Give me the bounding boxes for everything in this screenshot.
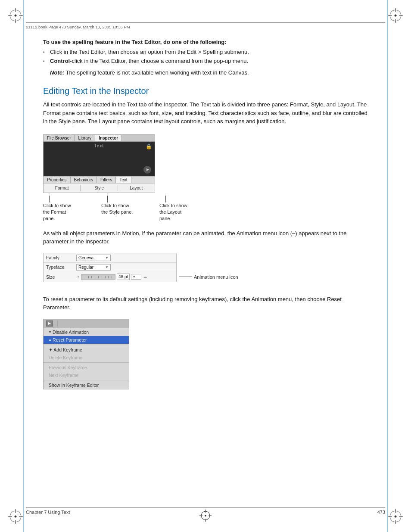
bullet-item-2: Control-click in the Text Editor, then c… bbox=[43, 58, 368, 64]
corner-mark-tl bbox=[8, 8, 23, 23]
family-dropdown-arrow: ▼ bbox=[105, 256, 109, 260]
callout-line-layout bbox=[165, 196, 166, 202]
reset-divider bbox=[55, 320, 55, 327]
inspector-mockup: File Browser Library Inspector Text 🔒 Pr… bbox=[43, 134, 155, 193]
control-keyword: Control bbox=[50, 58, 70, 64]
animation-menu-label: Animation menu icon bbox=[194, 274, 238, 280]
main-content: To use the spelling feature in the Text … bbox=[43, 39, 368, 402]
reset-menu-divider-1 bbox=[44, 345, 129, 345]
callout-text-style: Click to show the Style pane. bbox=[101, 202, 134, 216]
note-body: The spelling feature is not available wh… bbox=[64, 69, 249, 76]
callout-line-format bbox=[49, 196, 50, 202]
anim-dash-icon[interactable]: – bbox=[143, 274, 147, 280]
params-row-family: Family Geneva ▼ bbox=[44, 253, 176, 263]
animation-menu-annotation: Animation menu icon bbox=[179, 274, 238, 280]
size-unit-arrow: ▼ bbox=[132, 275, 136, 279]
footer-chapter: Chapter 7 Using Text bbox=[26, 510, 70, 515]
params-mockup: Family Geneva ▼ Typeface Regular ▼ bbox=[43, 253, 177, 282]
callout-layout: Click to show the Layout pane. bbox=[159, 196, 192, 222]
family-dropdown[interactable]: Geneva ▼ bbox=[76, 255, 111, 261]
bottom-reg-mark bbox=[199, 510, 212, 523]
callout-style: Click to show the Style pane. bbox=[101, 196, 134, 222]
page-container: 01112.book Page 473 Sunday, March 13, 20… bbox=[0, 0, 411, 532]
typeface-dropdown[interactable]: Regular ▼ bbox=[76, 264, 111, 271]
play-button[interactable] bbox=[143, 166, 151, 174]
tab-behaviors[interactable]: Behaviors bbox=[71, 177, 97, 183]
reset-menu-divider-2 bbox=[44, 362, 129, 363]
tick5 bbox=[98, 276, 99, 278]
params-control-family: Geneva ▼ bbox=[76, 255, 174, 261]
tick2 bbox=[88, 276, 89, 278]
params-control-typeface: Regular ▼ bbox=[76, 264, 174, 271]
bullet-item-1: Click in the Text Editor, then choose an… bbox=[43, 49, 368, 55]
preview-text-label: Text bbox=[44, 143, 155, 148]
svg-point-19 bbox=[395, 516, 397, 518]
tab-library[interactable]: Library bbox=[75, 135, 96, 141]
reset-bar2 bbox=[57, 320, 58, 327]
menu-previous-keyframe: Previous Keyframe bbox=[44, 364, 129, 371]
lock-icon: 🔒 bbox=[146, 143, 152, 149]
section-heading: Editing Text in the Inspector bbox=[43, 86, 368, 96]
bullet-list: Click in the Text Editor, then choose an… bbox=[43, 49, 368, 64]
reset-paragraph: To reset a parameter to its default sett… bbox=[43, 295, 368, 312]
params-label-size: Size bbox=[46, 274, 76, 280]
svg-point-13 bbox=[15, 516, 17, 518]
menu-add-keyframe[interactable]: ✦ Add Keyframe bbox=[44, 346, 129, 354]
tick1 bbox=[85, 276, 85, 278]
tick6 bbox=[102, 276, 102, 278]
size-unit-dropdown[interactable]: ▼ bbox=[131, 274, 141, 280]
reset-icon-box: ▶ bbox=[46, 320, 53, 327]
tab-inspector[interactable]: Inspector bbox=[95, 135, 122, 141]
spine-line-right bbox=[387, 0, 388, 532]
footer-page-number: 473 bbox=[377, 510, 385, 515]
pane-format[interactable]: Format bbox=[44, 185, 81, 191]
svg-point-7 bbox=[395, 15, 397, 17]
header-meta: 01112.book Page 473 Sunday, March 13, 20… bbox=[26, 25, 130, 29]
corner-mark-tr bbox=[388, 8, 403, 23]
inspector-preview: Text 🔒 bbox=[44, 142, 155, 176]
menu-reset-parameter[interactable]: = Reset Parameter bbox=[44, 336, 129, 344]
tab-text[interactable]: Text bbox=[116, 177, 131, 183]
tick9 bbox=[112, 276, 112, 278]
params-label-typeface: Typeface bbox=[46, 264, 76, 270]
animation-paragraph: As with all object parameters in Motion,… bbox=[43, 229, 368, 246]
menu-next-keyframe: Next Keyframe bbox=[44, 371, 129, 379]
tab-filters[interactable]: Filters bbox=[97, 177, 116, 183]
menu-delete-keyframe: Delete Keyframe bbox=[44, 354, 129, 361]
tab-file-browser[interactable]: File Browser bbox=[44, 135, 75, 141]
typeface-value: Regular bbox=[78, 265, 93, 270]
annotation-line bbox=[179, 277, 192, 277]
page-header: 01112.book Page 473 Sunday, March 13, 20… bbox=[26, 22, 385, 29]
svg-point-25 bbox=[205, 515, 206, 516]
pane-layout[interactable]: Layout bbox=[118, 185, 155, 191]
typeface-dropdown-arrow: ▼ bbox=[105, 265, 109, 269]
inspector-tabs-bottom: Properties Behaviors Filters Text bbox=[44, 176, 155, 184]
callout-group: Click to show the Format pane. Click to … bbox=[43, 196, 368, 222]
bullet2-suffix: -click in the Text Editor, then choose a… bbox=[70, 58, 248, 64]
corner-mark-br bbox=[388, 509, 403, 524]
note-paragraph: Note: The spelling feature is not availa… bbox=[43, 69, 368, 76]
menu-show-keyframe-editor[interactable]: Show In Keyframe Editor bbox=[44, 381, 129, 389]
note-label: Note: bbox=[50, 69, 64, 76]
callout-line-style bbox=[107, 196, 108, 202]
pane-style[interactable]: Style bbox=[81, 185, 118, 191]
size-slider[interactable] bbox=[81, 274, 115, 280]
svg-point-1 bbox=[15, 15, 17, 17]
params-label-family: Family bbox=[46, 255, 76, 260]
callout-text-layout: Click to show the Layout pane. bbox=[159, 202, 192, 222]
tick7 bbox=[105, 276, 106, 278]
spine-line-left bbox=[23, 0, 24, 532]
callout-text-format: Click to show the Format pane. bbox=[43, 202, 75, 222]
tick4 bbox=[95, 276, 95, 278]
menu-disable-animation[interactable]: = Disable Animation bbox=[44, 328, 129, 336]
tab-properties[interactable]: Properties bbox=[44, 177, 71, 183]
inspector-tabs-top: File Browser Library Inspector bbox=[44, 135, 155, 142]
callout-format: Click to show the Format pane. bbox=[43, 196, 75, 222]
tick8 bbox=[108, 276, 109, 278]
reset-menu-divider-3 bbox=[44, 380, 129, 380]
size-icon: ⊙ bbox=[76, 275, 80, 279]
tick3 bbox=[91, 276, 92, 278]
size-value[interactable]: 48 pt bbox=[117, 274, 130, 280]
reset-top-bar: ▶ bbox=[44, 319, 129, 328]
reset-mockup: ▶ = Disable Animation = Reset Parameter … bbox=[43, 319, 129, 389]
